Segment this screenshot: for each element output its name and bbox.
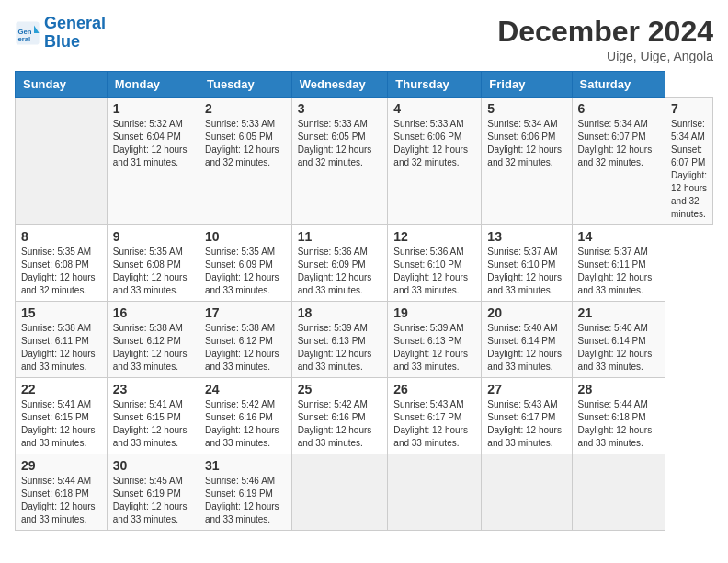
day-number: 21	[578, 305, 659, 320]
calendar-table: SundayMondayTuesdayWednesdayThursdayFrid…	[15, 71, 713, 531]
day-number: 3	[298, 101, 382, 116]
calendar-cell: 22 Sunrise: 5:41 AMSunset: 6:15 PMDaylig…	[16, 378, 108, 454]
day-info: Sunrise: 5:38 AMSunset: 6:12 PMDaylight:…	[205, 323, 279, 372]
day-number: 28	[578, 382, 659, 396]
calendar-cell: 17 Sunrise: 5:38 AMSunset: 6:12 PMDaylig…	[199, 302, 291, 378]
calendar-cell: 8 Sunrise: 5:35 AMSunset: 6:08 PMDayligh…	[16, 225, 108, 302]
day-number: 25	[298, 382, 382, 396]
logo-line1: General	[44, 14, 106, 32]
day-number: 14	[578, 229, 659, 244]
day-info: Sunrise: 5:34 AMSunset: 6:06 PMDaylight:…	[487, 119, 562, 167]
day-number: 16	[113, 305, 193, 320]
calendar-cell: 7 Sunrise: 5:34 AMSunset: 6:07 PMDayligh…	[665, 98, 713, 225]
day-info: Sunrise: 5:41 AMSunset: 6:15 PMDaylight:…	[21, 399, 96, 448]
day-info: Sunrise: 5:41 AMSunset: 6:15 PMDaylight:…	[113, 399, 188, 448]
day-info: Sunrise: 5:39 AMSunset: 6:13 PMDaylight:…	[298, 323, 372, 372]
calendar-cell: 16 Sunrise: 5:38 AMSunset: 6:12 PMDaylig…	[107, 302, 199, 378]
calendar-cell: 26 Sunrise: 5:43 AMSunset: 6:17 PMDaylig…	[388, 378, 482, 454]
day-info: Sunrise: 5:46 AMSunset: 6:19 PMDaylight:…	[205, 476, 279, 524]
week-row-5: 29 Sunrise: 5:44 AMSunset: 6:18 PMDaylig…	[16, 454, 713, 531]
day-number: 4	[393, 101, 475, 116]
day-info: Sunrise: 5:35 AMSunset: 6:08 PMDaylight:…	[113, 247, 188, 295]
calendar-cell	[388, 454, 482, 531]
calendar-cell: 6 Sunrise: 5:34 AMSunset: 6:07 PMDayligh…	[572, 98, 665, 225]
day-info: Sunrise: 5:38 AMSunset: 6:11 PMDaylight:…	[21, 323, 96, 372]
day-number: 7	[671, 101, 707, 116]
day-info: Sunrise: 5:34 AMSunset: 6:07 PMDaylight:…	[578, 119, 653, 167]
day-info: Sunrise: 5:35 AMSunset: 6:08 PMDaylight:…	[21, 247, 96, 295]
col-header-thursday: Thursday	[388, 72, 482, 98]
calendar-cell	[291, 454, 388, 531]
calendar-cell: 13 Sunrise: 5:37 AMSunset: 6:10 PMDaylig…	[482, 225, 572, 302]
day-number: 11	[298, 229, 382, 244]
day-info: Sunrise: 5:44 AMSunset: 6:18 PMDaylight:…	[578, 399, 653, 448]
day-info: Sunrise: 5:40 AMSunset: 6:14 PMDaylight:…	[578, 323, 653, 372]
svg-text:eral: eral	[18, 35, 31, 43]
day-number: 27	[487, 382, 565, 396]
title-block: December 2024 Uige, Uige, Angola	[497, 15, 713, 63]
day-number: 23	[113, 382, 193, 396]
day-number: 6	[578, 101, 659, 116]
day-info: Sunrise: 5:38 AMSunset: 6:12 PMDaylight:…	[113, 323, 188, 372]
day-info: Sunrise: 5:33 AMSunset: 6:05 PMDaylight:…	[298, 119, 372, 167]
day-number: 1	[113, 101, 193, 116]
logo-text: General Blue	[44, 15, 106, 52]
calendar-cell: 9 Sunrise: 5:35 AMSunset: 6:08 PMDayligh…	[107, 225, 199, 302]
week-row-3: 15 Sunrise: 5:38 AMSunset: 6:11 PMDaylig…	[16, 302, 713, 378]
calendar-cell: 25 Sunrise: 5:42 AMSunset: 6:16 PMDaylig…	[291, 378, 388, 454]
logo-line2: Blue	[44, 32, 80, 51]
col-header-friday: Friday	[482, 72, 572, 98]
month-title: December 2024	[497, 15, 713, 49]
calendar-cell	[572, 454, 665, 531]
day-number: 8	[21, 229, 101, 244]
header-row: SundayMondayTuesdayWednesdayThursdayFrid…	[16, 72, 713, 98]
calendar-cell: 2 Sunrise: 5:33 AMSunset: 6:05 PMDayligh…	[199, 98, 291, 225]
calendar-cell: 24 Sunrise: 5:42 AMSunset: 6:16 PMDaylig…	[199, 378, 291, 454]
day-info: Sunrise: 5:33 AMSunset: 6:05 PMDaylight:…	[205, 119, 279, 167]
calendar-cell: 18 Sunrise: 5:39 AMSunset: 6:13 PMDaylig…	[291, 302, 388, 378]
calendar-cell: 3 Sunrise: 5:33 AMSunset: 6:05 PMDayligh…	[291, 98, 388, 225]
day-info: Sunrise: 5:42 AMSunset: 6:16 PMDaylight:…	[298, 399, 372, 448]
calendar-cell: 23 Sunrise: 5:41 AMSunset: 6:15 PMDaylig…	[107, 378, 199, 454]
week-row-1: 1 Sunrise: 5:32 AMSunset: 6:04 PMDayligh…	[16, 98, 713, 225]
calendar-cell: 5 Sunrise: 5:34 AMSunset: 6:06 PMDayligh…	[482, 98, 572, 225]
calendar-cell: 1 Sunrise: 5:32 AMSunset: 6:04 PMDayligh…	[107, 98, 199, 225]
day-info: Sunrise: 5:36 AMSunset: 6:10 PMDaylight:…	[393, 247, 468, 295]
calendar-cell: 19 Sunrise: 5:39 AMSunset: 6:13 PMDaylig…	[388, 302, 482, 378]
day-info: Sunrise: 5:34 AMSunset: 6:07 PMDaylight:…	[671, 119, 707, 219]
calendar-cell: 14 Sunrise: 5:37 AMSunset: 6:11 PMDaylig…	[572, 225, 665, 302]
calendar-cell: 11 Sunrise: 5:36 AMSunset: 6:09 PMDaylig…	[291, 225, 388, 302]
day-info: Sunrise: 5:43 AMSunset: 6:17 PMDaylight:…	[487, 399, 562, 448]
day-info: Sunrise: 5:35 AMSunset: 6:09 PMDaylight:…	[205, 247, 279, 295]
day-number: 19	[393, 305, 475, 320]
day-info: Sunrise: 5:40 AMSunset: 6:14 PMDaylight:…	[487, 323, 562, 372]
day-number: 20	[487, 305, 565, 320]
calendar-cell: 4 Sunrise: 5:33 AMSunset: 6:06 PMDayligh…	[388, 98, 482, 225]
day-number: 15	[21, 305, 101, 320]
col-header-tuesday: Tuesday	[199, 72, 291, 98]
calendar-cell: 20 Sunrise: 5:40 AMSunset: 6:14 PMDaylig…	[482, 302, 572, 378]
logo: Gen eral General Blue	[15, 15, 106, 52]
day-info: Sunrise: 5:37 AMSunset: 6:11 PMDaylight:…	[578, 247, 653, 295]
day-number: 12	[393, 229, 475, 244]
day-number: 26	[393, 382, 475, 396]
calendar-cell: 12 Sunrise: 5:36 AMSunset: 6:10 PMDaylig…	[388, 225, 482, 302]
day-info: Sunrise: 5:33 AMSunset: 6:06 PMDaylight:…	[393, 119, 468, 167]
day-number: 29	[21, 458, 101, 473]
day-info: Sunrise: 5:36 AMSunset: 6:09 PMDaylight:…	[298, 247, 372, 295]
day-number: 5	[487, 101, 565, 116]
week-row-2: 8 Sunrise: 5:35 AMSunset: 6:08 PMDayligh…	[16, 225, 713, 302]
page-header: Gen eral General Blue December 2024 Uige…	[15, 15, 713, 63]
calendar-cell: 27 Sunrise: 5:43 AMSunset: 6:17 PMDaylig…	[482, 378, 572, 454]
day-number: 24	[205, 382, 286, 396]
day-number: 31	[205, 458, 286, 473]
calendar-cell: 31 Sunrise: 5:46 AMSunset: 6:19 PMDaylig…	[199, 454, 291, 531]
week-row-4: 22 Sunrise: 5:41 AMSunset: 6:15 PMDaylig…	[16, 378, 713, 454]
calendar-cell	[16, 98, 108, 225]
calendar-cell: 21 Sunrise: 5:40 AMSunset: 6:14 PMDaylig…	[572, 302, 665, 378]
col-header-wednesday: Wednesday	[291, 72, 388, 98]
day-info: Sunrise: 5:37 AMSunset: 6:10 PMDaylight:…	[487, 247, 562, 295]
day-number: 10	[205, 229, 286, 244]
calendar-cell	[482, 454, 572, 531]
day-number: 13	[487, 229, 565, 244]
